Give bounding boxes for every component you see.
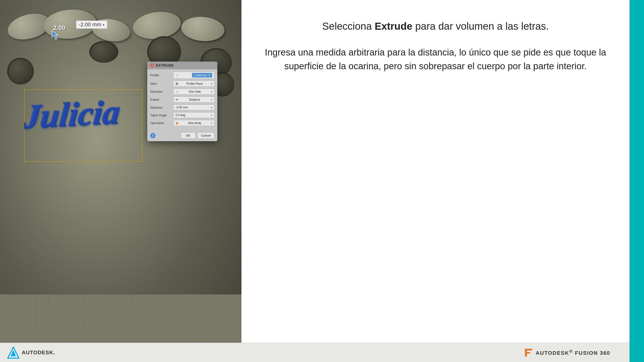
info-button[interactable]: i xyxy=(150,133,156,138)
selected-badge[interactable]: 1 selected ✕ xyxy=(192,73,212,77)
extent-icon: ⇔ xyxy=(176,98,178,101)
operation-row: Operation ▣ New Body ▾ xyxy=(150,120,214,126)
taper-label: Taper Angle xyxy=(150,113,172,117)
distance-value: -2.00 mm xyxy=(176,106,188,109)
extent-dropdown-arrow: ▾ xyxy=(211,98,212,101)
svg-rect-7 xyxy=(525,352,530,354)
dimension-text: -2.00 mm xyxy=(79,21,101,28)
svg-rect-6 xyxy=(525,349,532,351)
ocarina-body xyxy=(0,0,242,343)
ocarina-bump xyxy=(131,9,182,42)
dialog-close-button[interactable]: ✕ xyxy=(150,63,154,67)
instruction-suffix: para dar volumen a las letras. xyxy=(412,20,549,32)
instruction-panel: Selecciona Extrude para dar volumen a la… xyxy=(242,0,630,362)
fusion360-logo: AUTODESK® FUSION 360 xyxy=(524,348,610,358)
profile-label: Profile xyxy=(150,73,172,77)
selected-text: 1 selected xyxy=(194,74,207,77)
start-value: Profile Plane xyxy=(186,82,203,85)
distance-label: Distance xyxy=(150,106,172,109)
viewport-footer: AUTODESK. xyxy=(0,343,242,362)
direction-control[interactable]: ↔ One Side ▾ xyxy=(174,89,214,95)
start-label: Start xyxy=(150,82,172,85)
instruction-prefix: Selecciona xyxy=(322,20,374,32)
dialog-footer: i OK Cancel xyxy=(147,130,217,141)
operation-icon: ▣ xyxy=(176,121,178,125)
dialog-title: EXTRUDE xyxy=(156,63,174,67)
extent-row: Extent ⇔ Distance ▾ xyxy=(150,96,214,103)
taper-control[interactable]: 0.0 deg ▾ xyxy=(174,112,214,118)
svg-text:Julicia: Julicia xyxy=(24,94,122,136)
operation-control[interactable]: ▣ New Body ▾ xyxy=(174,120,214,126)
direction-icon: ↔ xyxy=(176,90,179,93)
distance-control[interactable]: -2.00 mm ▾ xyxy=(174,104,214,110)
autodesk-logo: AUTODESK. xyxy=(7,347,55,359)
blue-letters: Julicia Julicia xyxy=(24,80,138,151)
select-icon: ⊹ xyxy=(176,73,178,77)
ocarina-hole xyxy=(89,41,118,63)
extent-value: Distance xyxy=(189,98,200,101)
ocarina-bump xyxy=(180,15,226,43)
autodesk-brand-text: AUTODESK. xyxy=(22,350,55,356)
distance-dropdown-arrow: ▾ xyxy=(211,106,212,109)
distance-row: Distance -2.00 mm ▾ xyxy=(150,104,214,110)
start-row: Start ⊞ Profile Plane ▾ xyxy=(150,81,214,87)
profile-control[interactable]: ⊹ 1 selected ✕ xyxy=(174,72,214,79)
instruction-main: Selecciona Extrude para dar volumen a la… xyxy=(261,19,610,33)
viewport-grid xyxy=(0,295,242,343)
clear-selection-button[interactable]: ✕ xyxy=(208,73,210,77)
start-dropdown-arrow: ▾ xyxy=(211,82,212,85)
dimension-label[interactable]: -2.00 mm ▾ xyxy=(76,20,107,29)
ok-button[interactable]: OK xyxy=(181,132,196,139)
taper-value: 0.0 deg xyxy=(176,113,185,117)
dimension-dropdown-arrow[interactable]: ▾ xyxy=(102,22,104,27)
direction-label: Direction xyxy=(150,90,172,93)
fusion-brand-text: AUTODESK® FUSION 360 xyxy=(536,349,610,356)
fusion-f-icon xyxy=(524,348,534,358)
right-footer: AUTODESK® FUSION 360 xyxy=(242,343,630,362)
taper-row: Taper Angle 0.0 deg ▾ xyxy=(150,112,214,118)
dialog-body: Profile ⊹ 1 selected ✕ Start ⊞ Profile P… xyxy=(147,69,217,130)
operation-value: New Body xyxy=(188,121,202,125)
cancel-button[interactable]: Cancel xyxy=(198,132,214,139)
svg-marker-0 xyxy=(52,31,58,39)
instruction-detail: Ingresa una medida arbitraria para la di… xyxy=(261,46,610,73)
extrude-dialog: ✕ EXTRUDE Profile ⊹ 1 selected ✕ Start xyxy=(147,61,217,141)
extent-label: Extent xyxy=(150,98,172,101)
cursor-icon xyxy=(51,30,60,42)
operation-label: Operation xyxy=(150,121,172,125)
extent-control[interactable]: ⇔ Distance ▾ xyxy=(174,96,214,103)
start-control[interactable]: ⊞ Profile Plane ▾ xyxy=(174,81,214,87)
taper-dropdown-arrow: ▾ xyxy=(211,114,212,117)
direction-row: Direction ↔ One Side ▾ xyxy=(150,89,214,95)
3d-viewport[interactable]: 2.00 -2.00 mm ▾ Julicia Julicia ✕ xyxy=(0,0,242,362)
start-icon: ⊞ xyxy=(176,82,178,85)
operation-dropdown-arrow: ▾ xyxy=(211,122,212,124)
direction-dropdown-arrow: ▾ xyxy=(211,90,212,93)
teal-stripe xyxy=(630,0,644,362)
autodesk-a-icon xyxy=(7,347,19,359)
profile-row: Profile ⊹ 1 selected ✕ xyxy=(150,72,214,79)
direction-value: One Side xyxy=(189,90,201,93)
dialog-action-buttons: OK Cancel xyxy=(181,132,214,139)
dialog-titlebar: ✕ EXTRUDE xyxy=(147,61,217,69)
instruction-bold: Extrude xyxy=(374,20,412,32)
